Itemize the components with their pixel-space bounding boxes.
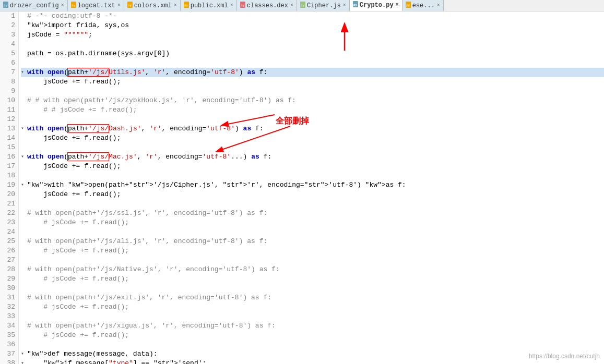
- tab-close-classes[interactable]: ×: [290, 3, 293, 8]
- code-line-16: ▾with open(path+'/js/Mac.js', 'r', encod…: [21, 152, 604, 162]
- code-text-22: # with open(path+'/js/ssl.js', 'r', enco…: [27, 209, 267, 218]
- code-line-35: # jsCode += f.read();: [21, 331, 604, 340]
- tab-colors[interactable]: pycolors.xml×: [124, 0, 181, 11]
- line-num-17: 17: [3, 162, 15, 171]
- fold-spacer-line-25: [21, 237, 26, 246]
- line-num-20: 20: [3, 190, 15, 199]
- code-text-35: # jsCode += f.read();: [27, 331, 129, 340]
- fold-icon-line-37[interactable]: ▾: [21, 349, 26, 359]
- fold-spacer-line-17: [21, 162, 26, 171]
- line-num-15: 15: [3, 143, 15, 152]
- code-line-31: # with open(path+'/js/exit.js', 'r', enc…: [21, 293, 604, 302]
- fold-icon-line-7[interactable]: ▾: [21, 68, 26, 77]
- fold-spacer-line-9: [21, 87, 26, 96]
- code-text-32: # jsCode += f.read();: [27, 302, 129, 312]
- code-text-13: with open(path+'/js/Dash.js', 'r', encod…: [27, 124, 264, 134]
- code-line-32: # jsCode += f.read();: [21, 302, 604, 312]
- tab-public[interactable]: pypublic.xml×: [181, 0, 237, 11]
- line-num-31: 31: [3, 293, 15, 302]
- tab-bar: pydrozer_config×pylogcat.txt×pycolors.xm…: [0, 0, 604, 11]
- code-line-26: # jsCode += f.read();: [21, 246, 604, 256]
- svg-text:py: py: [301, 3, 305, 7]
- code-area: 1234567891011121314151617181920212223242…: [0, 11, 604, 364]
- tab-label-public: public.xml: [191, 2, 228, 9]
- line-num-8: 8: [3, 77, 15, 87]
- tab-close-colors[interactable]: ×: [174, 3, 177, 8]
- code-text-28: # with open(path+'/js/Native.js', 'r', e…: [27, 265, 280, 274]
- tab-icon-cipher_js: py: [300, 2, 305, 9]
- code-line-34: # with open(path+'/js/xigua.js', 'r', en…: [21, 321, 604, 331]
- code-line-22: # with open(path+'/js/ssl.js', 'r', enco…: [21, 209, 604, 218]
- line-num-22: 22: [3, 209, 15, 218]
- fold-icon-line-19[interactable]: ▾: [21, 180, 26, 190]
- tab-close-ese[interactable]: ×: [437, 3, 440, 8]
- tab-icon-logcat: py: [71, 2, 76, 9]
- code-line-20: jsCode += f.read();: [21, 190, 604, 199]
- svg-text:py: py: [72, 3, 76, 7]
- line-num-3: 3: [3, 30, 15, 40]
- fold-spacer-line-11: [21, 105, 26, 115]
- svg-text:py: py: [128, 3, 132, 7]
- code-text-24: [27, 227, 31, 237]
- tab-logcat[interactable]: pylogcat.txt×: [68, 0, 124, 11]
- tab-crypto_py[interactable]: pyCrypto.py×: [350, 0, 402, 11]
- tab-icon-ese: py: [406, 2, 411, 9]
- code-line-2: "kw">import frida, sys,os: [21, 21, 604, 30]
- fold-spacer-line-22: [21, 209, 26, 218]
- fold-spacer-line-23: [21, 218, 26, 227]
- fold-spacer-line-6: [21, 58, 26, 68]
- line-num-5: 5: [3, 49, 15, 58]
- line-num-21: 21: [3, 199, 15, 209]
- fold-spacer-line-2: [21, 21, 26, 30]
- fold-icon-line-38[interactable]: ▾: [21, 359, 26, 364]
- code-line-23: # jsCode += f.read();: [21, 218, 604, 227]
- fold-icon-line-16[interactable]: ▾: [21, 152, 26, 162]
- svg-text:py: py: [406, 3, 410, 7]
- code-line-37: ▾"kw">def message(message, data):: [21, 349, 604, 359]
- code-line-27: [21, 256, 604, 265]
- tab-close-public[interactable]: ×: [230, 3, 233, 8]
- line-num-4: 4: [3, 40, 15, 49]
- tab-cipher_js[interactable]: pyCipher.js×: [297, 0, 350, 11]
- tab-close-cipher_js[interactable]: ×: [343, 3, 346, 8]
- fold-spacer-line-12: [21, 115, 26, 124]
- fold-spacer-line-34: [21, 321, 26, 331]
- tab-drozer_config[interactable]: pydrozer_config×: [0, 0, 68, 11]
- line-num-37: 37: [3, 349, 15, 359]
- code-line-13: ▾with open(path+'/js/Dash.js', 'r', enco…: [21, 124, 604, 134]
- line-numbers: 1234567891011121314151617181920212223242…: [0, 11, 19, 364]
- svg-text:py: py: [353, 3, 358, 7]
- fold-spacer-line-26: [21, 246, 26, 256]
- main-wrapper: 1234567891011121314151617181920212223242…: [0, 11, 604, 364]
- fold-spacer-line-28: [21, 265, 26, 274]
- line-num-14: 14: [3, 134, 15, 143]
- code-line-9: [21, 87, 604, 96]
- fold-icon-line-13[interactable]: ▾: [21, 124, 26, 134]
- line-num-6: 6: [3, 58, 15, 68]
- code-line-36: [21, 340, 604, 349]
- tab-icon-crypto_py: py: [353, 1, 358, 9]
- line-num-25: 25: [3, 237, 15, 246]
- code-content[interactable]: # -*- coding:utf-8 -*- "kw">import frida…: [19, 11, 604, 364]
- fold-spacer-line-4: [21, 40, 26, 49]
- fold-spacer-line-14: [21, 134, 26, 143]
- line-num-34: 34: [3, 321, 15, 331]
- fold-spacer-line-21: [21, 199, 26, 209]
- code-line-3: jsCode = """""";: [21, 30, 604, 40]
- tab-classes[interactable]: pyclasses.dex×: [237, 0, 297, 11]
- code-line-25: # with open(path+'/js/ali.js', 'r', enco…: [21, 237, 604, 246]
- code-line-7: ▾with open(path+'/js/Utils.js', 'r', enc…: [21, 68, 604, 77]
- code-line-17: jsCode += f.read();: [21, 162, 604, 171]
- line-num-12: 12: [3, 115, 15, 124]
- code-text-16: with open(path+'/js/Mac.js', 'r', encodi…: [27, 152, 271, 162]
- tab-close-drozer_config[interactable]: ×: [61, 3, 64, 8]
- code-line-33: [21, 312, 604, 321]
- code-text-8: jsCode += f.read();: [27, 77, 121, 87]
- line-num-9: 9: [3, 87, 15, 96]
- tab-close-crypto_py[interactable]: ×: [396, 2, 399, 8]
- code-text-2: "kw">import frida, sys,os: [27, 21, 129, 30]
- tab-ese[interactable]: pyese...×: [402, 0, 444, 11]
- tab-close-logcat[interactable]: ×: [117, 3, 121, 8]
- line-num-26: 26: [3, 246, 15, 256]
- tab-icon-classes: py: [240, 2, 245, 9]
